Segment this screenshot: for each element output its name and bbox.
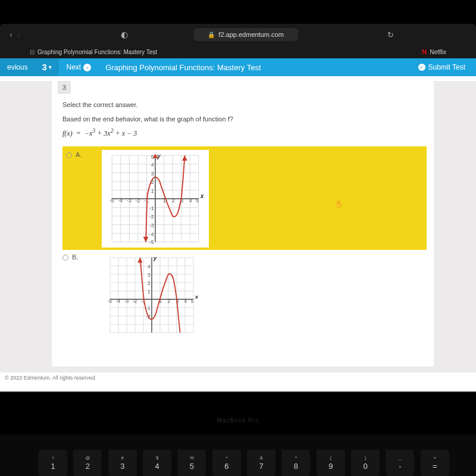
tab-label: Graphing Polynomial Functions: Mastery T… — [37, 49, 157, 55]
svg-text:-4: -4 — [118, 198, 123, 203]
key-7[interactable]: &7 — [247, 450, 275, 476]
browser-tabs: ⊟ Graphing Polynomial Functions: Mastery… — [0, 45, 476, 58]
tab-label: Netflix — [430, 49, 446, 55]
submit-test-button[interactable]: ✓ Submit Test — [418, 63, 476, 71]
svg-text:-3: -3 — [149, 223, 154, 228]
svg-text:-2: -2 — [149, 214, 154, 220]
url-text: f2.app.edmentum.com — [218, 31, 283, 38]
svg-text:3: 3 — [151, 171, 154, 177]
svg-text:4: 4 — [148, 264, 151, 270]
next-button[interactable]: Next › — [59, 58, 98, 76]
svg-text:-2: -2 — [136, 198, 140, 203]
key-equals[interactable]: += — [421, 450, 449, 476]
question-prompt: Based on the end behavior, what is the g… — [52, 109, 434, 125]
key-6[interactable]: ^6 — [212, 450, 241, 476]
radio-B[interactable] — [62, 255, 68, 261]
svg-text:2: 2 — [148, 280, 151, 286]
svg-text:y: y — [156, 153, 161, 159]
svg-text:-4: -4 — [116, 298, 121, 304]
svg-text:-5: -5 — [108, 298, 112, 304]
svg-text:5: 5 — [196, 198, 199, 203]
svg-text:-3: -3 — [124, 298, 129, 304]
key-1[interactable]: !1 — [39, 450, 67, 476]
choice-B-row[interactable]: B. y x -5-4-3-2-1 12345 — [52, 250, 434, 338]
key-4[interactable]: $4 — [143, 450, 171, 476]
svg-text:1: 1 — [148, 289, 151, 295]
question-number-badge: 3 — [58, 81, 71, 94]
svg-text:2: 2 — [172, 198, 175, 203]
svg-text:5: 5 — [151, 154, 154, 160]
svg-text:2: 2 — [168, 298, 171, 304]
svg-text:4: 4 — [151, 162, 154, 168]
tab-icon: ⊟ — [30, 49, 35, 55]
svg-text:x: x — [200, 193, 204, 199]
question-instruction: Select the correct answer. — [52, 94, 434, 109]
tab-edmentum[interactable]: ⊟ Graphing Polynomial Functions: Mastery… — [24, 49, 163, 55]
laptop-model-label: MacBook Pro — [0, 417, 476, 424]
check-icon: ✓ — [418, 64, 425, 71]
svg-text:-2: -2 — [133, 298, 137, 304]
key-9[interactable]: (9 — [317, 450, 345, 476]
question-number-dropdown[interactable]: 3 ▾ — [35, 58, 60, 76]
svg-text:-5: -5 — [109, 198, 114, 203]
key-8[interactable]: *8 — [281, 450, 310, 476]
lock-icon: 🔒 — [208, 32, 215, 38]
svg-text:4: 4 — [184, 298, 187, 304]
radio-A[interactable] — [66, 152, 72, 158]
test-toolbar: evious 3 ▾ Next › Graphing Polynomial Fu… — [0, 58, 476, 76]
question-formula: f(x) = −x3 + 3x2 + x − 3 — [52, 125, 434, 144]
choice-A-row: A. y — [52, 144, 434, 250]
browser-toolbar: ‹ › ◐ 🔒 f2.app.edmentum.com ↻ — [0, 24, 476, 45]
svg-marker-46 — [182, 155, 187, 161]
previous-button[interactable]: evious — [0, 58, 35, 76]
choice-B-label: B. — [72, 253, 78, 261]
netflix-icon: N — [422, 48, 427, 55]
footer-copyright: © 2022 Edmentum. All rights reserved. — [0, 372, 476, 384]
content-area: 3 Select the correct answer. Based on th… — [0, 81, 476, 384]
key-5[interactable]: %5 — [177, 450, 206, 476]
privacy-shield-icon[interactable]: ◐ — [121, 30, 128, 39]
reload-button[interactable]: ↻ — [387, 30, 394, 39]
tab-netflix[interactable]: N Netflix — [416, 48, 452, 55]
keyboard: !1 @2 #3 $4 %5 ^6 &7 *8 (9 )0 _- += — [0, 434, 476, 476]
svg-marker-86 — [138, 258, 143, 262]
choice-A-highlight[interactable]: A. y — [62, 146, 427, 250]
key-2[interactable]: @2 — [73, 450, 102, 476]
forward-button[interactable]: › — [17, 30, 20, 39]
svg-text:y: y — [153, 255, 157, 261]
graph-B: y x -5-4-3-2-1 12345 4321 -1-2 — [98, 252, 205, 338]
svg-text:-4: -4 — [149, 231, 154, 237]
svg-marker-45 — [143, 237, 149, 242]
cursor-icon: ✋ — [334, 200, 343, 208]
svg-text:4: 4 — [189, 198, 192, 203]
key-minus[interactable]: _- — [386, 450, 414, 476]
key-0[interactable]: )0 — [351, 450, 380, 476]
svg-text:1: 1 — [151, 188, 154, 194]
chevron-down-icon: ▾ — [49, 64, 52, 70]
page-title: Graphing Polynomial Functions: Mastery T… — [98, 63, 418, 72]
laptop-screen: ‹ › ◐ 🔒 f2.app.edmentum.com ↻ ⊟ Graphing… — [0, 24, 476, 393]
svg-text:5: 5 — [191, 298, 194, 304]
svg-text:-5: -5 — [149, 239, 154, 245]
svg-text:x: x — [195, 293, 199, 300]
key-3[interactable]: #3 — [108, 450, 137, 476]
back-button[interactable]: ‹ — [10, 30, 12, 39]
next-arrow-icon: › — [83, 64, 91, 71]
question-card: 3 Select the correct answer. Based on th… — [52, 81, 434, 367]
graph-A: y x -5-4-3-2-1 12345 54321 -1-2-3-4-5 — [102, 150, 209, 248]
svg-text:-3: -3 — [127, 198, 131, 203]
svg-text:3: 3 — [148, 272, 151, 278]
app-viewport: evious 3 ▾ Next › Graphing Polynomial Fu… — [0, 58, 476, 392]
svg-text:-1: -1 — [149, 205, 154, 211]
choice-A-label: A. — [76, 151, 82, 158]
address-bar[interactable]: 🔒 f2.app.edmentum.com — [193, 28, 298, 41]
